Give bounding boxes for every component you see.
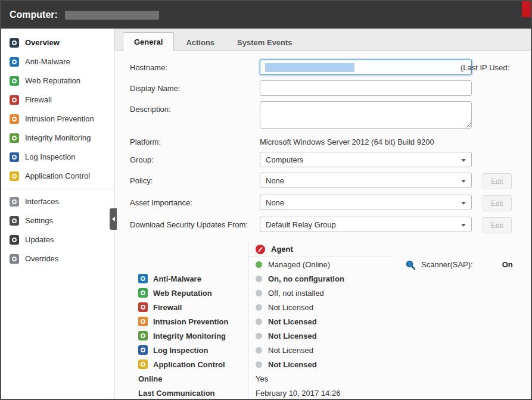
status-dot-gray bbox=[256, 304, 262, 311]
asset-importance-select[interactable]: None bbox=[260, 195, 472, 210]
sidebar-separator bbox=[1, 189, 114, 189]
status-row-web-reputation: Web Reputation Off, not installed bbox=[131, 286, 391, 300]
agent-shield-icon bbox=[256, 245, 265, 254]
display-name-label: Display Name: bbox=[130, 80, 260, 93]
sidebar-item-integrity-monitoring[interactable]: Integrity Monitoring bbox=[1, 129, 114, 148]
platform-label: Platform: bbox=[130, 134, 260, 146]
status-row-anti-malware: Anti-Malware On, no configuration bbox=[131, 271, 391, 286]
hostname-input[interactable] bbox=[260, 60, 472, 75]
sidebar-item-overview[interactable]: Overview bbox=[1, 33, 114, 52]
redacted-hostname-value bbox=[265, 63, 354, 72]
status-dot-gray bbox=[256, 318, 262, 325]
status-row-online: Online Yes bbox=[131, 371, 391, 386]
platform-value: Microsoft Windows Server 2012 (64 bit) B… bbox=[260, 134, 472, 146]
titlebar: Computer: bbox=[1, 1, 531, 29]
description-input[interactable] bbox=[260, 101, 472, 129]
status-dot-gray bbox=[256, 347, 262, 354]
asset-importance-label: Asset Importance: bbox=[130, 195, 260, 207]
settings-gear-icon bbox=[10, 216, 19, 226]
red-corner-accent bbox=[522, 1, 531, 17]
display-name-input[interactable] bbox=[260, 80, 472, 96]
sidebar-item-overrides[interactable]: Overrides bbox=[1, 249, 114, 268]
intrusion-prevention-icon bbox=[10, 114, 19, 124]
group-selected-value: Computers bbox=[266, 155, 304, 164]
sidebar-item-web-reputation[interactable]: Web Reputation bbox=[1, 71, 114, 90]
status-row-last-communication: Last Communication February 10, 2017 14:… bbox=[131, 386, 391, 400]
redacted-computer-name bbox=[65, 11, 159, 20]
sidebar-item-log-inspection[interactable]: Log Inspection bbox=[1, 148, 114, 167]
integrity-monitoring-icon bbox=[10, 133, 19, 143]
updates-from-select[interactable]: Default Relay Group bbox=[260, 217, 472, 232]
interfaces-icon bbox=[10, 197, 19, 207]
asset-importance-edit-button[interactable]: Edit bbox=[483, 195, 512, 211]
tab-actions[interactable]: Actions bbox=[175, 33, 225, 51]
window-title: Computer: bbox=[10, 10, 58, 20]
log-inspection-icon bbox=[138, 345, 148, 355]
tab-general[interactable]: General bbox=[123, 32, 174, 51]
status-dot-green bbox=[256, 261, 262, 268]
scanner-magnifier-icon bbox=[405, 260, 416, 270]
asset-importance-selected-value: None bbox=[266, 198, 284, 207]
scanner-sap-label: Scanner(SAP): bbox=[421, 260, 473, 269]
intrusion-prevention-icon bbox=[138, 317, 148, 326]
policy-select[interactable]: None bbox=[260, 173, 472, 188]
scanner-sap-block: Scanner(SAP): On bbox=[405, 242, 513, 400]
application-control-icon bbox=[138, 360, 148, 369]
sidebar-item-intrusion-prevention[interactable]: Intrusion Prevention bbox=[1, 110, 114, 129]
updates-from-label: Download Security Updates From: bbox=[130, 217, 260, 229]
status-row-integrity-monitoring: Integrity Monitoring Not Licensed bbox=[131, 329, 391, 343]
status-row-log-inspection: Log Inspection Not Licensed bbox=[131, 343, 391, 357]
sidebar-collapse-handle[interactable] bbox=[110, 208, 117, 230]
policy-selected-value: None bbox=[266, 176, 284, 185]
firewall-icon bbox=[138, 302, 148, 312]
last-ip-used-label: (Last IP Used: bbox=[461, 63, 509, 72]
general-tab-content: (Last IP Used: Hostname: Display Name: bbox=[114, 51, 531, 400]
anti-malware-icon bbox=[10, 57, 19, 67]
status-dot-gray bbox=[256, 276, 262, 282]
web-reputation-icon bbox=[10, 76, 19, 86]
sidebar-item-updates[interactable]: Updates bbox=[1, 230, 114, 249]
agent-column-header: Agent bbox=[271, 245, 293, 254]
status-dot-gray bbox=[256, 290, 262, 296]
main-panel: General Actions System Events (Last IP U… bbox=[114, 29, 531, 399]
status-row-intrusion-prevention: Intrusion Prevention Not Licensed bbox=[131, 314, 391, 329]
anti-malware-icon bbox=[138, 274, 148, 283]
web-reputation-icon bbox=[138, 288, 148, 298]
scanner-sap-value: On bbox=[502, 260, 513, 269]
tab-strip: General Actions System Events bbox=[114, 29, 531, 51]
overview-icon bbox=[10, 38, 19, 48]
status-section: Agent Managed (Online) bbox=[131, 242, 531, 400]
firewall-icon bbox=[10, 95, 19, 105]
status-dot-gray bbox=[256, 361, 262, 368]
status-row-managed: Managed (Online) bbox=[131, 257, 391, 271]
sidebar: Overview Anti-Malware Web Reputation Fir… bbox=[1, 29, 114, 399]
sidebar-item-settings[interactable]: Settings bbox=[1, 211, 114, 230]
overrides-icon bbox=[10, 254, 19, 264]
status-header-row: Agent bbox=[131, 242, 391, 257]
group-label: Group: bbox=[130, 152, 260, 164]
policy-edit-button[interactable]: Edit bbox=[483, 173, 512, 189]
group-select[interactable]: Computers bbox=[260, 152, 472, 167]
hostname-label: Hostname: bbox=[130, 60, 260, 72]
sidebar-item-application-control[interactable]: Application Control bbox=[1, 167, 114, 186]
status-row-firewall: Firewall Not Licensed bbox=[131, 300, 391, 314]
updates-from-edit-button[interactable]: Edit bbox=[483, 217, 512, 233]
tab-system-events[interactable]: System Events bbox=[226, 33, 303, 51]
computer-details-window: Computer: Overview Anti-Malware Web Repu… bbox=[0, 0, 532, 400]
application-control-icon bbox=[10, 171, 19, 181]
updates-icon bbox=[10, 235, 19, 245]
sidebar-item-anti-malware[interactable]: Anti-Malware bbox=[1, 52, 114, 71]
log-inspection-icon bbox=[10, 152, 19, 162]
updates-from-selected-value: Default Relay Group bbox=[266, 220, 336, 229]
status-dot-gray bbox=[256, 333, 262, 339]
description-label: Description: bbox=[130, 101, 260, 114]
status-table: Agent Managed (Online) bbox=[131, 242, 391, 400]
sidebar-item-firewall[interactable]: Firewall bbox=[1, 90, 114, 110]
sidebar-item-interfaces[interactable]: Interfaces bbox=[1, 192, 114, 211]
status-row-application-control: Application Control Not Licensed bbox=[131, 357, 391, 371]
integrity-monitoring-icon bbox=[138, 331, 148, 340]
policy-label: Policy: bbox=[130, 173, 260, 185]
